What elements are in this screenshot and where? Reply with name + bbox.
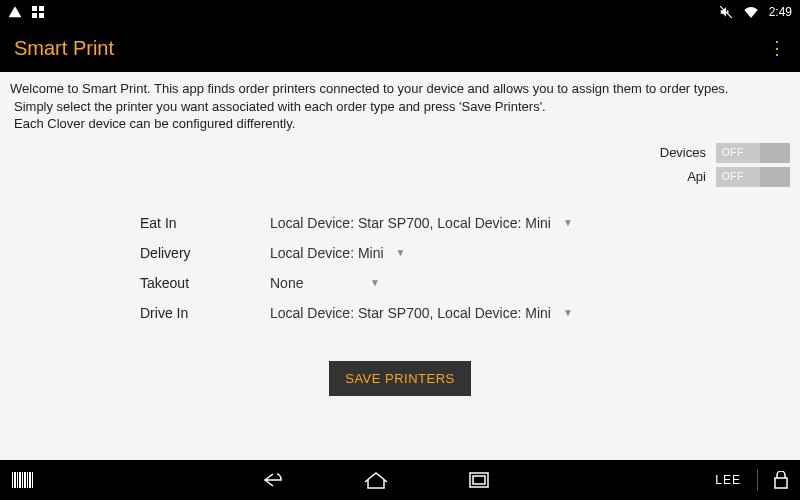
intro-text: Welcome to Smart Print. This app finds o… bbox=[10, 80, 790, 133]
svg-rect-3 bbox=[39, 13, 44, 18]
dropdown-value: Local Device: Star SP700, Local Device: … bbox=[270, 215, 551, 231]
order-type-list: Eat In Local Device: Star SP700, Local D… bbox=[10, 215, 790, 321]
order-type-label: Takeout bbox=[10, 275, 270, 291]
save-printers-button[interactable]: SAVE PRINTERS bbox=[329, 361, 471, 396]
printer-dropdown[interactable]: Local Device: Star SP700, Local Device: … bbox=[270, 305, 573, 321]
printer-dropdown[interactable]: Local Device: Star SP700, Local Device: … bbox=[270, 215, 573, 231]
order-type-label: Drive In bbox=[10, 305, 270, 321]
devices-toggle-label: Devices bbox=[660, 145, 706, 160]
nav-bar: LEE bbox=[0, 460, 800, 500]
chevron-down-icon: ▼ bbox=[563, 307, 573, 318]
printer-dropdown[interactable]: None ▼ bbox=[270, 275, 380, 291]
back-button[interactable] bbox=[259, 471, 283, 489]
home-button[interactable] bbox=[363, 471, 389, 489]
order-type-row: Delivery Local Device: Mini ▼ bbox=[10, 245, 790, 261]
toggle-state: OFF bbox=[716, 147, 744, 158]
intro-line: Each Clover device can be configured dif… bbox=[10, 115, 790, 133]
user-label[interactable]: LEE bbox=[715, 473, 741, 487]
svg-rect-0 bbox=[32, 6, 37, 11]
printer-dropdown[interactable]: Local Device: Mini ▼ bbox=[270, 245, 406, 261]
api-toggle[interactable]: OFF bbox=[716, 167, 790, 187]
warning-icon bbox=[8, 5, 22, 19]
order-type-row: Takeout None ▼ bbox=[10, 275, 790, 291]
dropdown-value: None bbox=[270, 275, 303, 291]
action-bar: Smart Print ⋮ bbox=[0, 24, 800, 72]
overflow-menu-icon[interactable]: ⋮ bbox=[768, 44, 786, 52]
dropdown-value: Local Device: Star SP700, Local Device: … bbox=[270, 305, 551, 321]
order-type-row: Eat In Local Device: Star SP700, Local D… bbox=[10, 215, 790, 231]
svg-rect-7 bbox=[775, 478, 787, 488]
toggle-knob bbox=[760, 143, 790, 163]
recent-apps-button[interactable] bbox=[469, 472, 489, 488]
wifi-icon bbox=[743, 6, 759, 18]
grid-icon bbox=[32, 6, 44, 18]
divider bbox=[757, 469, 758, 491]
chevron-down-icon: ▼ bbox=[370, 277, 380, 288]
api-toggle-label: Api bbox=[687, 169, 706, 184]
order-type-row: Drive In Local Device: Star SP700, Local… bbox=[10, 305, 790, 321]
app-title: Smart Print bbox=[14, 37, 114, 60]
dropdown-value: Local Device: Mini bbox=[270, 245, 384, 261]
mute-icon bbox=[719, 5, 733, 19]
barcode-icon[interactable] bbox=[12, 472, 33, 488]
chevron-down-icon: ▼ bbox=[563, 217, 573, 228]
toggle-state: OFF bbox=[716, 171, 744, 182]
devices-toggle[interactable]: OFF bbox=[716, 143, 790, 163]
order-type-label: Eat In bbox=[10, 215, 270, 231]
status-bar: 2:49 bbox=[0, 0, 800, 24]
toggle-knob bbox=[760, 167, 790, 187]
svg-rect-1 bbox=[39, 6, 44, 11]
chevron-down-icon: ▼ bbox=[396, 247, 406, 258]
svg-rect-6 bbox=[473, 476, 485, 484]
main-content: Welcome to Smart Print. This app finds o… bbox=[0, 72, 800, 460]
svg-rect-2 bbox=[32, 13, 37, 18]
intro-line: Welcome to Smart Print. This app finds o… bbox=[10, 80, 790, 98]
lock-icon[interactable] bbox=[774, 471, 788, 489]
order-type-label: Delivery bbox=[10, 245, 270, 261]
intro-line: Simply select the printer you want assoc… bbox=[10, 98, 790, 116]
clock-text: 2:49 bbox=[769, 5, 792, 19]
